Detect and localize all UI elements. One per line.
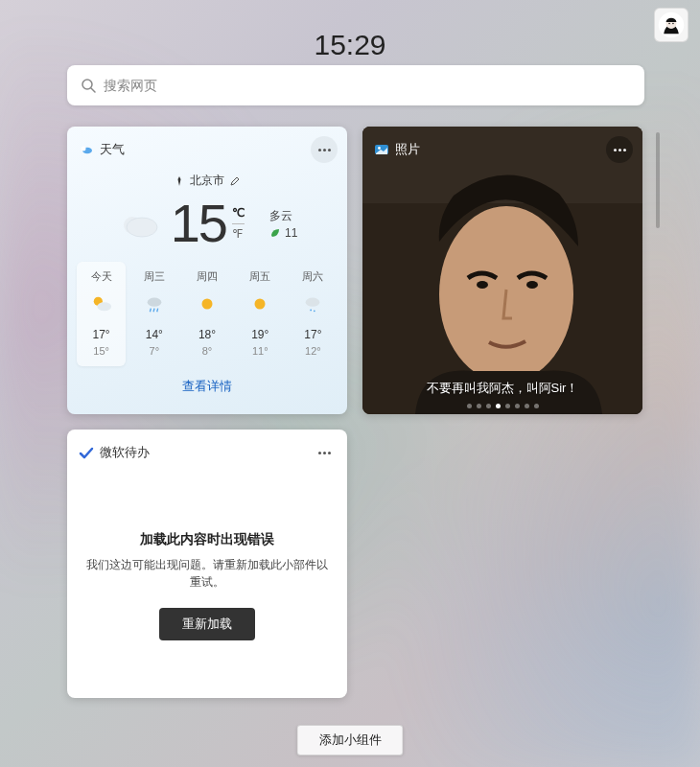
- forecast-day[interactable]: 今天17°15°: [77, 262, 126, 366]
- forecast-day-label: 周四: [197, 269, 218, 284]
- forecast-day-label: 今天: [91, 269, 112, 284]
- forecast-row: 今天17°15°周三14°7°周四18°8°周五19°11°周六17°12°: [67, 262, 347, 366]
- carousel-dot[interactable]: [496, 404, 501, 408]
- carousel-dot[interactable]: [486, 404, 491, 408]
- todo-title: 微软待办: [100, 444, 150, 461]
- svg-point-7: [82, 147, 86, 151]
- search-input[interactable]: [104, 78, 631, 93]
- svg-point-23: [378, 147, 381, 150]
- svg-line-5: [91, 88, 95, 92]
- weather-condition: 多云 11: [269, 208, 297, 240]
- aqi-leaf-icon: [269, 227, 281, 239]
- forecast-day[interactable]: 周三14°7°: [129, 262, 178, 366]
- svg-point-27: [477, 281, 488, 289]
- forecast-day[interactable]: 周四18°8°: [182, 262, 231, 366]
- condition-text: 多云: [269, 208, 292, 224]
- forecast-high: 14°: [146, 328, 163, 341]
- forecast-weather-icon: [302, 293, 323, 314]
- forecast-day[interactable]: 周五19°11°: [236, 262, 285, 366]
- forecast-low: 12°: [305, 345, 321, 357]
- carousel-dots[interactable]: [362, 404, 642, 408]
- weather-details-link[interactable]: 查看详情: [67, 366, 347, 407]
- scrollbar[interactable]: [656, 132, 660, 228]
- photo-image[interactable]: [362, 127, 642, 414]
- location-pin-icon: [175, 176, 184, 186]
- carousel-dot[interactable]: [477, 404, 481, 408]
- search-icon: [81, 78, 96, 93]
- forecast-low: 15°: [93, 345, 109, 357]
- todo-more-button[interactable]: [311, 439, 338, 466]
- svg-point-2: [668, 23, 670, 25]
- photos-more-button[interactable]: [606, 136, 633, 163]
- photos-app-icon: [374, 142, 389, 157]
- photo-caption: 不要再叫我阿杰，叫阿Sir！: [362, 380, 642, 397]
- svg-point-18: [255, 299, 266, 310]
- svg-point-21: [314, 310, 315, 312]
- weather-more-button[interactable]: [311, 136, 338, 163]
- more-icon: [318, 452, 331, 454]
- weather-widget: 天气 北京市 15 ℃ ℉: [67, 127, 347, 414]
- clock: 15:29: [314, 29, 385, 61]
- forecast-high: 17°: [304, 328, 321, 341]
- reload-button[interactable]: 重新加载: [159, 608, 255, 640]
- unit-celsius[interactable]: ℃: [232, 205, 245, 221]
- weather-current: 15 ℃ ℉ 多云 11: [67, 197, 347, 262]
- forecast-day[interactable]: 周六17°12°: [289, 262, 338, 366]
- svg-line-16: [157, 309, 158, 313]
- carousel-dot[interactable]: [534, 404, 539, 408]
- error-message: 我们这边可能出现问题。请重新加载此小部件以重试。: [86, 556, 328, 591]
- carousel-dot[interactable]: [505, 404, 510, 408]
- todo-error-panel: 加载此内容时出现错误 我们这边可能出现问题。请重新加载此小部件以重试。 重新加载: [67, 472, 347, 698]
- todo-app-icon: [79, 445, 94, 460]
- svg-point-13: [147, 298, 161, 307]
- weather-app-icon: [79, 142, 94, 157]
- photo-portrait-icon: [362, 127, 642, 414]
- svg-point-9: [124, 217, 141, 234]
- todo-header: 微软待办: [67, 430, 347, 472]
- svg-line-15: [153, 309, 154, 313]
- carousel-dot[interactable]: [515, 404, 520, 408]
- weather-header: 天气: [67, 127, 347, 169]
- svg-line-14: [150, 309, 151, 313]
- svg-point-3: [672, 23, 674, 25]
- aqi-value: 11: [285, 226, 297, 240]
- forecast-weather-icon: [144, 293, 165, 314]
- forecast-low: 8°: [202, 345, 213, 357]
- forecast-weather-icon: [249, 293, 270, 314]
- forecast-day-label: 周六: [302, 269, 323, 284]
- temperature-unit-toggle[interactable]: ℃ ℉: [232, 205, 245, 243]
- forecast-high: 17°: [93, 328, 110, 341]
- forecast-high: 19°: [251, 328, 268, 341]
- svg-point-12: [97, 302, 111, 311]
- photos-widget[interactable]: 照片 不要再叫我阿杰，叫阿Sir！: [362, 127, 642, 414]
- svg-point-20: [311, 310, 313, 312]
- svg-point-19: [306, 298, 320, 307]
- avatar-illustration-icon: [658, 12, 685, 38]
- more-icon: [318, 149, 331, 151]
- svg-point-17: [202, 299, 213, 310]
- user-avatar[interactable]: [654, 8, 688, 42]
- cloud-icon: [117, 200, 163, 246]
- add-widget-button[interactable]: 添加小组件: [297, 725, 404, 755]
- widgets-grid: 天气 北京市 15 ℃ ℉: [67, 127, 644, 698]
- carousel-dot[interactable]: [525, 404, 529, 408]
- todo-widget: 微软待办 加载此内容时出现错误 我们这边可能出现问题。请重新加载此小部件以重试。…: [67, 430, 347, 698]
- weather-city-label: 北京市: [190, 173, 224, 189]
- edit-pencil-icon: [230, 176, 240, 186]
- carousel-dot[interactable]: [467, 404, 472, 408]
- error-title: 加载此内容时出现错误: [140, 531, 274, 548]
- photos-title: 照片: [395, 141, 420, 158]
- forecast-high: 18°: [198, 328, 216, 341]
- weather-title: 天气: [100, 141, 125, 158]
- forecast-low: 11°: [252, 345, 268, 357]
- more-icon: [614, 149, 626, 151]
- forecast-low: 7°: [150, 345, 160, 357]
- forecast-day-label: 周三: [144, 269, 165, 284]
- current-temperature: 15: [171, 197, 226, 250]
- search-bar[interactable]: [67, 65, 644, 105]
- forecast-weather-icon: [91, 293, 112, 314]
- forecast-day-label: 周五: [249, 269, 270, 284]
- svg-point-28: [526, 281, 538, 289]
- unit-fahrenheit[interactable]: ℉: [232, 223, 245, 243]
- forecast-weather-icon: [197, 293, 218, 314]
